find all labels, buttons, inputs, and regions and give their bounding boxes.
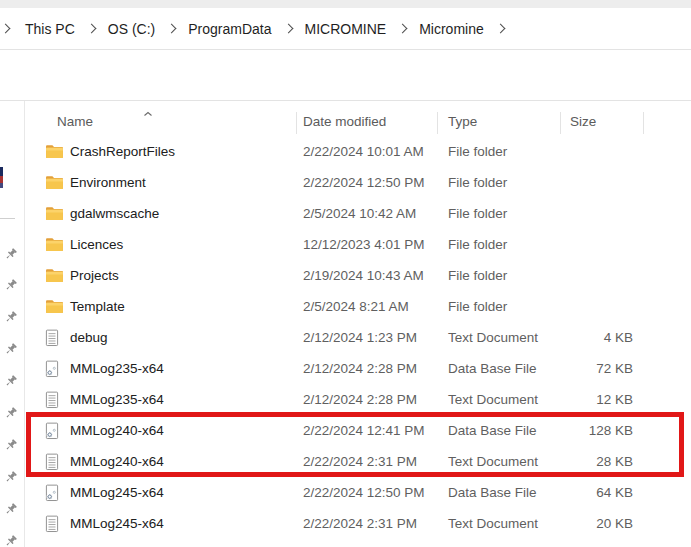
database-file-icon [45, 484, 59, 502]
sidebar-divider [0, 218, 15, 219]
file-date-modified: 2/19/2024 10:43 AM [303, 260, 424, 291]
file-date-modified: 2/12/2024 2:28 PM [303, 384, 417, 415]
column-header-date[interactable]: Date modified [303, 108, 386, 136]
text-document-icon [45, 453, 59, 471]
breadcrumb-item[interactable]: OS (C:) [102, 21, 161, 37]
chevron-right-icon[interactable] [398, 24, 408, 34]
pushpin-icon[interactable] [4, 438, 18, 452]
file-name: MMLog245-x64 [70, 477, 164, 508]
column-separator[interactable] [296, 112, 297, 134]
file-row[interactable]: CrashReportFiles 2/22/2024 10:01 AM File… [25, 136, 691, 167]
navigation-rail [0, 101, 24, 547]
file-row-highlighted[interactable]: MMLog240-x64 2/22/2024 2:31 PM Text Docu… [25, 446, 691, 477]
breadcrumb-item[interactable]: MICROMINE [299, 21, 393, 37]
pushpin-icon[interactable] [4, 406, 18, 420]
file-row-highlighted[interactable]: MMLog240-x64 2/22/2024 12:41 PM Data Bas… [25, 415, 691, 446]
column-header-type[interactable]: Type [448, 108, 477, 136]
file-name: Environment [70, 167, 146, 198]
file-size: 20 KB [545, 508, 633, 539]
file-row[interactable]: MMLog235-x64 2/12/2024 2:28 PM Text Docu… [25, 384, 691, 415]
file-size: 64 KB [545, 477, 633, 508]
breadcrumb-item[interactable]: ProgramData [182, 21, 277, 37]
file-name: Licences [70, 229, 123, 260]
column-separator[interactable] [560, 112, 561, 134]
file-size [545, 229, 633, 260]
text-document-icon [45, 391, 59, 409]
text-document-icon [45, 515, 59, 533]
column-separator[interactable] [643, 112, 644, 134]
pushpin-icon[interactable] [4, 534, 18, 547]
file-name: CrashReportFiles [70, 136, 175, 167]
pushpin-icon[interactable] [4, 278, 18, 292]
file-name: MMLog240-x64 [70, 446, 164, 477]
file-size: 128 KB [545, 415, 633, 446]
pushpin-icon[interactable] [4, 342, 18, 356]
folder-icon [45, 237, 64, 252]
chevron-right-icon[interactable] [167, 24, 177, 34]
breadcrumb-item[interactable]: Micromine [413, 21, 490, 37]
pushpin-icon[interactable] [4, 470, 18, 484]
file-type: Data Base File [448, 477, 537, 508]
file-name: MMLog235-x64 [70, 384, 164, 415]
file-name: MMLog245-x64 [70, 508, 164, 539]
chevron-right-icon[interactable] [86, 24, 96, 34]
file-date-modified: 2/22/2024 2:31 PM [303, 446, 417, 477]
pushpin-icon[interactable] [4, 502, 18, 516]
breadcrumb-item[interactable]: This PC [19, 21, 81, 37]
pushpin-icon[interactable] [4, 310, 18, 324]
file-type: File folder [448, 198, 507, 229]
file-type: Text Document [448, 384, 538, 415]
file-size [545, 291, 633, 322]
file-row[interactable]: Template 2/5/2024 8:21 AM File folder [25, 291, 691, 322]
file-size: 28 KB [545, 446, 633, 477]
column-header-row: Name Date modified Type Size [25, 108, 691, 136]
file-type: File folder [448, 136, 507, 167]
file-row[interactable]: MMLog235-x64 2/12/2024 2:28 PM Data Base… [25, 353, 691, 384]
file-size: 72 KB [545, 353, 633, 384]
file-name: debug [70, 322, 108, 353]
file-date-modified: 2/22/2024 12:50 PM [303, 477, 425, 508]
cutoff-sidebar-icon [0, 167, 3, 188]
file-explorer-window: This PCOS (C:)ProgramDataMICROMINEMicrom… [0, 0, 691, 547]
file-type: Text Document [448, 508, 538, 539]
column-header-size[interactable]: Size [570, 108, 596, 136]
file-type: Data Base File [448, 353, 537, 384]
column-separator[interactable] [437, 112, 438, 134]
file-size: 12 KB [545, 384, 633, 415]
folder-icon [45, 206, 64, 221]
file-row[interactable]: MMLog245-x64 2/22/2024 2:31 PM Text Docu… [25, 508, 691, 539]
chevron-right-icon[interactable] [495, 24, 505, 34]
file-date-modified: 2/12/2024 2:28 PM [303, 353, 417, 384]
file-row[interactable]: gdalwmscache 2/5/2024 10:42 AM File fold… [25, 198, 691, 229]
file-row[interactable]: debug 2/12/2024 1:23 PM Text Document 4 … [25, 322, 691, 353]
file-type: File folder [448, 229, 507, 260]
file-type: Text Document [448, 322, 538, 353]
file-type: File folder [448, 167, 507, 198]
database-file-icon [45, 422, 59, 440]
file-row[interactable]: Licences 12/12/2023 4:01 PM File folder [25, 229, 691, 260]
file-row[interactable]: Environment 2/22/2024 12:50 PM File fold… [25, 167, 691, 198]
file-row[interactable]: Projects 2/19/2024 10:43 AM File folder [25, 260, 691, 291]
file-type: Text Document [448, 446, 538, 477]
file-row[interactable]: MMLog245-x64 2/22/2024 12:50 PM Data Bas… [25, 477, 691, 508]
window-top-strip [0, 0, 691, 8]
command-bar: Sort View [0, 50, 691, 100]
file-name: MMLog235-x64 [70, 353, 164, 384]
file-size [545, 136, 633, 167]
text-document-icon [45, 329, 59, 347]
folder-icon [45, 144, 64, 159]
file-date-modified: 2/5/2024 10:42 AM [303, 198, 416, 229]
file-name: Template [70, 291, 125, 322]
file-size [545, 198, 633, 229]
pushpin-icon[interactable] [4, 374, 18, 388]
file-type: File folder [448, 260, 507, 291]
pushpin-icon[interactable] [4, 247, 18, 261]
file-size: 4 KB [545, 322, 633, 353]
folder-icon [45, 175, 64, 190]
file-type: Data Base File [448, 415, 537, 446]
chevron-right-icon[interactable] [283, 24, 293, 34]
column-header-name[interactable]: Name [57, 108, 93, 136]
file-type: File folder [448, 291, 507, 322]
file-date-modified: 12/12/2023 4:01 PM [303, 229, 425, 260]
file-list: Name Date modified Type Size [25, 101, 691, 547]
